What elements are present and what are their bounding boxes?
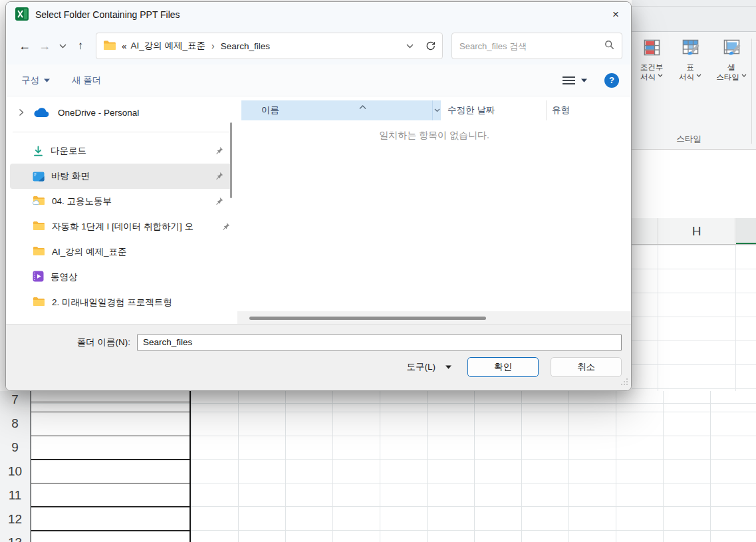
chevron-down-icon (696, 74, 701, 77)
sidebar-scrollbar[interactable] (230, 122, 232, 198)
sidebar-item-folder[interactable]: 자동화 1단계 I [데이터 취합하기] 오 (10, 214, 232, 239)
format-as-table-icon (682, 39, 699, 63)
row-header-12[interactable]: 12 (0, 512, 30, 527)
cell-styles-label-line2: 스타일 (716, 72, 739, 82)
address-bar[interactable]: « AI_강의 예제_표준 › Search_files (96, 33, 443, 59)
column-header-type[interactable]: 유형 (546, 100, 631, 120)
dialog-footer: 폴더 이름(N): 도구(L) 확인 취소 (6, 324, 631, 390)
tools-dropdown-button[interactable]: 도구(L) (407, 361, 452, 373)
excel-ribbon-styles-group: 조건부 서식 (632, 32, 756, 150)
column-header-selected-partial[interactable] (736, 218, 756, 244)
sidebar-item-label: 2. 미래내일일경험 프로젝트형 (52, 297, 172, 309)
column-filter-dropdown[interactable] (432, 100, 441, 120)
format-as-table-label-line1: 표 (686, 63, 694, 72)
video-icon (33, 271, 44, 284)
sidebar-item-folder[interactable]: 2. 미래내일일경험 프로젝트형 (10, 290, 232, 315)
row-header-8[interactable]: 8 (0, 416, 30, 431)
onedrive-label: OneDrive - Personal (58, 108, 139, 118)
conditional-formatting-icon (643, 39, 661, 63)
row-header-10[interactable]: 10 (0, 464, 30, 479)
refresh-icon (426, 41, 436, 51)
chevron-down-icon (658, 74, 663, 77)
gridline (658, 245, 658, 391)
command-bar: 구성 새 폴더 ? (6, 65, 631, 96)
chevron-down-icon (434, 108, 440, 112)
refresh-button[interactable] (426, 41, 436, 51)
organize-label: 구성 (21, 74, 39, 86)
list-view-icon (563, 76, 575, 85)
worksheet-gridlines (632, 245, 756, 391)
column-header-name-label: 이름 (261, 104, 279, 116)
horizontal-scrollbar-thumb[interactable] (249, 317, 486, 320)
breadcrumb-current-folder[interactable]: Search_files (221, 41, 270, 51)
new-folder-button[interactable]: 새 폴더 (72, 74, 101, 86)
new-folder-label: 새 폴더 (72, 74, 101, 86)
excel-logo-icon (15, 7, 29, 23)
sidebar-item-label: 동영상 (51, 271, 78, 283)
cancel-button[interactable]: 취소 (551, 357, 622, 377)
row-header-column: 7 8 9 10 11 12 13 (0, 391, 31, 542)
conditional-formatting-button[interactable]: 조건부 서식 (633, 37, 670, 82)
ok-button[interactable]: 확인 (467, 357, 539, 377)
sidebar-item-label: 다운로드 (51, 145, 86, 157)
breadcrumb-overflow[interactable]: « (122, 41, 127, 51)
list-header-row: 이름 수정한 날짜 유형 (241, 100, 631, 120)
onedrive-icon (33, 108, 49, 118)
row-header-13[interactable]: 13 (0, 535, 30, 542)
column-header-H[interactable]: H (658, 218, 735, 244)
conditional-formatting-label-line1: 조건부 (640, 63, 664, 72)
view-options-button[interactable] (563, 76, 587, 85)
navigation-pane: OneDrive - Personal 다운로드 (6, 96, 237, 325)
pin-icon (215, 172, 223, 182)
download-icon (33, 146, 44, 157)
row-header-7[interactable]: 7 (0, 392, 30, 407)
help-button[interactable]: ? (604, 73, 619, 88)
chevron-right-icon (18, 108, 25, 116)
cell-styles-button[interactable]: 셀 스타일 (710, 37, 753, 82)
sidebar-item-desktop[interactable]: 바탕 화면 (10, 164, 232, 189)
bordered-cell-range[interactable] (31, 391, 191, 542)
column-header-name[interactable]: 이름 (241, 100, 432, 120)
styles-group-label: 스타일 (632, 134, 746, 145)
row-header-9[interactable]: 9 (0, 440, 30, 455)
folder-icon (33, 246, 45, 258)
column-header-type-label: 유형 (552, 104, 570, 116)
resize-grip-icon[interactable] (619, 376, 629, 388)
search-box[interactable] (451, 33, 622, 59)
folder-icon (33, 297, 45, 309)
row-header-11[interactable]: 11 (0, 488, 30, 503)
close-button[interactable]: × (600, 2, 631, 27)
horizontal-scrollbar-track[interactable] (237, 311, 631, 325)
dialog-title: Select Folder Containing PPT Files (35, 9, 180, 20)
gridline (735, 245, 736, 391)
sidebar-item-label: 자동화 1단계 I [데이터 취합하기] 오 (52, 221, 193, 233)
sidebar-item-folder[interactable]: AI_강의 예제_표준 (10, 239, 232, 265)
folder-name-input[interactable] (137, 334, 622, 351)
pin-icon (215, 197, 223, 207)
tools-label: 도구(L) (407, 361, 436, 373)
column-header-date-modified[interactable]: 수정한 날짜 (441, 100, 546, 120)
caret-down-icon (445, 365, 451, 369)
forward-button[interactable]: → (35, 39, 55, 53)
up-button[interactable]: ↑ (70, 39, 90, 53)
dialog-titlebar[interactable]: Select Folder Containing PPT Files × (6, 2, 631, 27)
column-header-row: H (632, 218, 756, 245)
search-input[interactable] (459, 41, 604, 51)
address-dropdown-button[interactable] (406, 44, 414, 49)
sidebar-item-folder[interactable]: 04. 고용노동부 (10, 189, 232, 214)
recent-locations-button[interactable] (55, 44, 70, 49)
back-button[interactable]: ← (15, 39, 35, 53)
format-as-table-button[interactable]: 표 서식 (672, 37, 709, 82)
sidebar-divider (13, 132, 231, 132)
folder-name-label: 폴더 이름(N): (6, 337, 137, 348)
sidebar-item-onedrive[interactable]: OneDrive - Personal (6, 102, 237, 123)
sidebar-item-videos[interactable]: 동영상 (10, 265, 232, 290)
sort-ascending-icon (359, 102, 366, 112)
sidebar-item-downloads[interactable]: 다운로드 (10, 138, 232, 164)
organize-button[interactable]: 구성 (21, 74, 50, 86)
dialog-content: OneDrive - Personal 다운로드 (6, 96, 631, 325)
folder-icon (33, 221, 45, 233)
breadcrumb-parent-folder[interactable]: AI_강의 예제_표준 (131, 40, 206, 52)
caret-down-icon (581, 78, 587, 82)
excel-ribbon-tab-strip (632, 0, 756, 32)
